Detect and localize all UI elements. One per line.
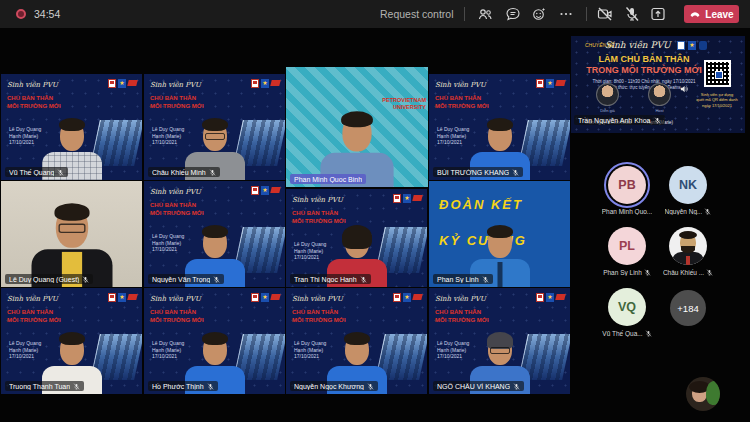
meeting-timer: 34:54 <box>34 8 60 20</box>
participant-avatar-label: Vũ Thế Qua... <box>592 330 662 337</box>
qr-code <box>704 60 731 87</box>
participant-name-label: Châu Khiếu Minh <box>148 167 220 177</box>
flag-graphic <box>412 294 422 300</box>
video-tile[interactable]: Sinh viên PVU CHỦ BẢN THÂN MÔI TRƯỜNG MỚ… <box>286 288 427 394</box>
meeting-titlebar: 34:54 Request control Leave <box>0 0 750 28</box>
participant-name-label: Phan Minh Quoc Binh <box>290 174 366 184</box>
teams-meeting-window: 34:54 Request control Leave Sinh viên PV… <box>0 0 750 422</box>
qr-caption: Sinh viên sử dụngquét mã QR điểm danhngà… <box>695 92 739 108</box>
doan-logo: ★ <box>546 79 554 88</box>
pvu-logo <box>393 194 401 203</box>
pvu-logo <box>108 293 116 302</box>
overflow-participants-badge[interactable]: +184 <box>670 290 706 326</box>
video-tile-active-speaker[interactable]: PETROVIETNAM UNIVERSITY Phan Minh Quoc B… <box>286 67 428 187</box>
mic-muted-icon <box>209 169 216 176</box>
participant-name-label: Vũ Thế Quang <box>5 167 68 177</box>
pvu-logo <box>251 79 259 88</box>
doan-logo: ★ <box>261 293 269 302</box>
poster-title-line2: TRONG MÔI TRƯỜNG MỚI <box>579 65 709 75</box>
participant-avatar[interactable]: NK <box>669 166 707 204</box>
participant-name-label: Hồ Phước Thịnh <box>148 381 218 391</box>
participant-avatar[interactable]: PL <box>608 227 646 265</box>
pvu-logo <box>108 79 116 88</box>
camera-off-icon[interactable] <box>597 6 613 22</box>
mic-off-icon[interactable] <box>624 6 640 22</box>
flag-graphic <box>127 294 137 300</box>
mic-muted-icon <box>213 276 220 283</box>
toolbar-divider <box>464 7 465 21</box>
participants-icon[interactable] <box>477 6 493 22</box>
mic-muted-icon <box>645 330 652 337</box>
mic-muted-icon <box>482 276 489 283</box>
more-options-icon[interactable] <box>558 6 574 22</box>
participant-name-label: Lê Duy Quang (Guest) <box>5 274 93 284</box>
poster-script-title: Sinh viên PVU <box>605 40 671 50</box>
speaker-photo <box>596 83 619 106</box>
share-screen-icon[interactable] <box>650 6 666 22</box>
doan-logo: ★ <box>688 41 696 50</box>
mic-muted-icon <box>704 208 711 215</box>
host-role: Host <box>648 108 671 113</box>
mic-muted-icon <box>654 117 661 124</box>
video-tile[interactable]: Sinh viên PVU CHỦ BẢN THÂN MÔI TRƯỜNG MỚ… <box>286 189 427 287</box>
school-logo <box>699 41 707 50</box>
poster-title-line1: LÀM CHỦ BẢN THÂN <box>579 54 709 64</box>
participant-name-label: Truong Thanh Tuan <box>5 381 84 391</box>
doan-logo: ★ <box>261 79 269 88</box>
participant-avatar[interactable]: VQ <box>608 288 646 326</box>
participant-avatar-label: Nguyễn Ng... <box>653 208 723 215</box>
flag-graphic <box>127 80 137 86</box>
video-tile[interactable]: Sinh viên PVU CHỦ BẢN THÂN MÔI TRƯỜNG MỚ… <box>1 288 142 394</box>
pvu-logo <box>393 293 401 302</box>
request-control-button[interactable]: Request control <box>380 8 454 20</box>
chat-icon[interactable] <box>505 6 521 22</box>
doan-logo: ★ <box>546 293 554 302</box>
doan-logo: ★ <box>261 186 269 195</box>
toolbar-divider <box>586 7 587 21</box>
participant-name-label: Trần Nguyễn Anh Khoa <box>574 115 665 125</box>
shared-content-tile[interactable]: CHUYÊN ĐỀ Sinh viên PVU LÀM CHỦ BẢN THÂN… <box>571 36 745 133</box>
mic-muted-icon <box>57 169 64 176</box>
participant-avatar-photo[interactable] <box>669 227 707 265</box>
recording-indicator-icon <box>16 9 26 19</box>
mic-muted-icon <box>367 383 374 390</box>
flag-graphic <box>412 195 422 201</box>
reactions-icon[interactable] <box>531 6 547 22</box>
mic-muted-icon <box>644 269 651 276</box>
speaker-icon <box>679 80 689 90</box>
participant-avatar-label: Phan Sy Linh <box>592 269 662 276</box>
mic-muted-icon <box>207 383 214 390</box>
video-tile[interactable]: Sinh viên PVU CHỦ BẢN THÂN MÔI TRƯỜNG MỚ… <box>144 181 285 287</box>
video-tile[interactable]: Sinh viên PVU CHỦ BẢN THÂN MÔI TRƯỜNG MỚ… <box>429 288 570 394</box>
banner-text: ĐOÀN KẾT <box>439 197 523 212</box>
participant-name-label: BÙI TRƯỜNG KHANG <box>433 167 523 177</box>
video-tile[interactable]: Lê Duy Quang (Guest) <box>1 181 142 287</box>
self-view-avatar[interactable] <box>686 377 720 411</box>
participant-avatar-label: Phan Minh Quo... <box>592 208 662 215</box>
video-tile[interactable]: ĐOÀN KẾT KỶ CƯƠNG Phan Sy Linh <box>429 181 570 287</box>
participant-avatar[interactable]: PB <box>608 166 646 204</box>
video-tile[interactable]: Sinh viên PVU CHỦ BẢN THÂN MÔI TRƯỜNG MỚ… <box>429 74 570 180</box>
pvu-logo <box>677 41 685 50</box>
pvu-logo <box>536 79 544 88</box>
mic-muted-icon <box>706 269 713 276</box>
participant-avatar-label: Châu Khiếu ... <box>653 269 723 276</box>
video-tile[interactable]: Sinh viên PVU CHỦ BẢN THÂN MÔI TRƯỜNG MỚ… <box>1 74 142 180</box>
mic-muted-icon <box>360 276 367 283</box>
flag-graphic <box>555 294 565 300</box>
mic-muted-icon <box>82 276 89 283</box>
doan-logo: ★ <box>403 194 411 203</box>
participant-name-label: Nguyễn Ngọc Khương <box>290 381 378 391</box>
host-photo <box>648 83 671 106</box>
video-tile[interactable]: Sinh viên PVU CHỦ BẢN THÂN MÔI TRƯỜNG MỚ… <box>144 74 285 180</box>
flag-graphic <box>555 80 565 86</box>
video-tile[interactable]: Sinh viên PVU CHỦ BẢN THÂN MÔI TRƯỜNG MỚ… <box>144 288 285 394</box>
leave-button[interactable]: Leave <box>684 5 739 23</box>
doan-logo: ★ <box>118 79 126 88</box>
pvu-logo <box>251 186 259 195</box>
leave-phone-icon <box>689 8 701 20</box>
flag-graphic <box>270 294 280 300</box>
mic-muted-icon <box>512 169 519 176</box>
participant-name-label: Tran Thi Ngoc Hanh <box>290 274 371 284</box>
participant-name-label: Phan Sy Linh <box>433 274 493 284</box>
